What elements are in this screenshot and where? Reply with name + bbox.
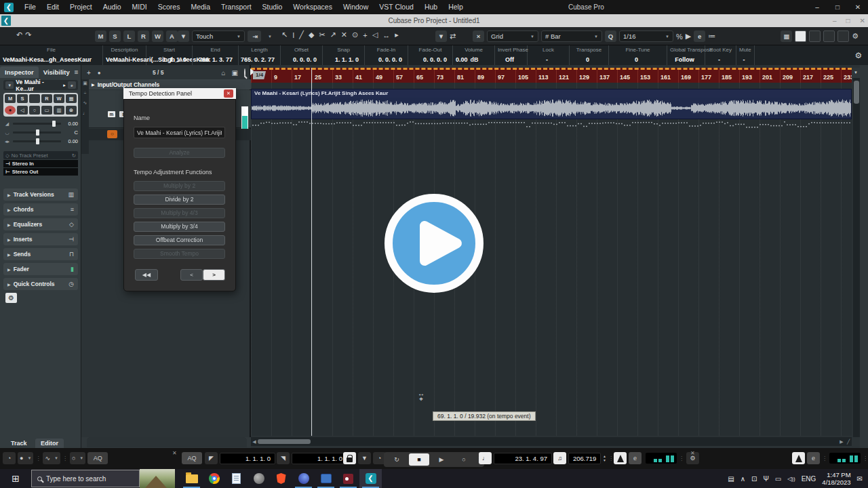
tool-icon[interactable]: I — [292, 31, 294, 39]
jump-to-start-button[interactable]: ◀◀ — [135, 269, 158, 281]
next-button[interactable]: > — [203, 269, 225, 281]
onscreen-keyboard-icon[interactable]: ▦ — [781, 30, 792, 42]
scroll-right-icon[interactable]: ▶ — [838, 439, 845, 445]
home-icon[interactable]: ⌂ — [222, 69, 226, 77]
inspector-section[interactable]: ▶ Sends ⊓ — [3, 248, 78, 260]
record-button[interactable]: ○ — [454, 453, 474, 466]
autoscroll-icon[interactable]: ⇥ — [250, 30, 261, 42]
left-locator-icon[interactable]: ◤ — [205, 452, 218, 464]
project-close-button[interactable]: ✕ — [860, 14, 865, 27]
delay-slider[interactable] — [13, 140, 61, 142]
left-locator-field[interactable]: 1. 1. 1. 0 — [220, 453, 275, 464]
state-button[interactable]: S — [109, 30, 121, 42]
chevron-down-icon[interactable]: ▼ — [5, 81, 14, 89]
position-display[interactable]: 23. 1. 4. 97 — [494, 453, 552, 464]
minimize-button[interactable]: – — [807, 0, 827, 14]
quantize-apply-icon[interactable]: ▶ — [686, 32, 691, 41]
tool-icon[interactable]: ╱ — [299, 30, 304, 39]
write-button[interactable]: W — [54, 94, 64, 103]
info-field[interactable]: Length 765. 0. 2. 77 — [239, 45, 281, 65]
automation-panel-icon[interactable]: ▼ — [178, 30, 189, 42]
microphone-icon[interactable]: Ψ — [763, 475, 768, 483]
language-indicator[interactable]: ENG — [802, 475, 816, 483]
dialog-close-button[interactable]: ✕ — [224, 89, 233, 98]
time-format-button[interactable]: ♩ — [479, 452, 492, 464]
video-play-overlay[interactable] — [384, 194, 484, 293]
ruler-options-button[interactable]: ▼ — [852, 68, 860, 78]
chrome-icon[interactable] — [203, 469, 225, 488]
start-button[interactable]: ⊞ — [0, 469, 31, 488]
record-enable-button[interactable]: ● — [5, 106, 16, 115]
inspector-section[interactable]: ▶ Fader ▮ — [3, 263, 78, 275]
maximize-button[interactable]: □ — [827, 0, 848, 14]
inspector-menu-icon[interactable]: ≡ — [75, 68, 82, 76]
tool-icon[interactable]: ✂ — [319, 30, 325, 39]
tempo-track-activate-button[interactable]: ○ — [107, 130, 117, 138]
time-signature-marker[interactable]: 1/4 — [253, 71, 266, 79]
close-icon[interactable]: ✕ — [172, 450, 177, 456]
audio-record-mode-dropdown[interactable]: ∿▼ — [43, 452, 60, 464]
right-locator-icon[interactable]: ◥ — [277, 452, 290, 464]
photos-app-icon[interactable] — [337, 469, 359, 488]
tempo-function-button[interactable]: Multiply by 3/4 — [134, 222, 225, 232]
tool-icon[interactable]: ⊙ — [352, 30, 358, 39]
volume-slider[interactable] — [13, 123, 61, 125]
metronome-button[interactable] — [614, 452, 627, 464]
stop-button[interactable]: ■ — [409, 453, 429, 466]
inspector-section[interactable]: ▶ Equalizers ◇ — [3, 218, 78, 230]
lock-icon[interactable]: ▭ — [41, 106, 52, 115]
info-field[interactable]: Global Transpose Follow — [667, 45, 705, 65]
notepad-icon[interactable] — [225, 469, 248, 488]
close-button[interactable]: ✕ — [848, 0, 868, 14]
weather-widget[interactable] — [140, 469, 175, 488]
tool-icon[interactable]: ✕ — [341, 30, 347, 39]
gear-icon[interactable]: ⚙ — [852, 32, 859, 41]
metronome-button-right[interactable] — [792, 452, 805, 464]
timebase-icon[interactable]: ○ — [29, 106, 40, 115]
info-field[interactable]: Start 1. 1. 1. 0 — [146, 45, 193, 65]
inspector-section[interactable]: ▶ Quick Controls ◷ — [3, 278, 78, 290]
tempo-function-button[interactable]: Offbeat Correction — [134, 235, 225, 245]
tool-icon[interactable]: ↖ — [281, 30, 288, 39]
menu-item[interactable]: Window — [338, 0, 374, 14]
taskbar-search[interactable]: Type here to search — [31, 470, 140, 487]
zoom-slider[interactable]: ╱ — [845, 439, 852, 445]
play-button[interactable]: ▶ — [431, 453, 452, 466]
menu-item[interactable]: Workspaces — [288, 0, 338, 14]
tab-track[interactable]: Track — [5, 439, 33, 448]
info-field[interactable]: File VeMaahi-Kesa...gh_AseesKaur — [0, 45, 103, 65]
listen-button[interactable] — [29, 94, 40, 103]
menu-item[interactable]: Media — [185, 0, 216, 14]
tempo-function-button[interactable]: Multiply by 2 — [134, 181, 225, 191]
grid-type-dropdown[interactable]: # Bar▼ — [541, 30, 602, 42]
tempo-stepper[interactable]: ▲▼ — [603, 454, 606, 462]
quantize-dropdown[interactable]: 1/16▼ — [619, 30, 673, 42]
brave-icon[interactable] — [270, 469, 292, 488]
audio-quantize-button[interactable]: AQ — [87, 452, 108, 464]
arrow-right-icon[interactable]: ▶ — [92, 82, 95, 87]
right-zone-toggle[interactable] — [823, 30, 835, 42]
info-field[interactable]: Mute - — [736, 45, 755, 65]
menu-item[interactable]: Transport — [216, 0, 257, 14]
freeze-icon[interactable]: ▦ — [66, 94, 77, 103]
horizontal-scroll-thumb[interactable] — [258, 439, 311, 444]
output-routing-row[interactable]: ⊢ Stereo Out — [3, 168, 78, 176]
track-preset-row[interactable]: ◇ No Track Preset ↻ — [3, 151, 78, 159]
file-explorer-icon[interactable] — [180, 469, 203, 488]
record-mode-dropdown[interactable]: ●▼ — [18, 452, 33, 464]
menu-item[interactable]: Audio — [98, 0, 127, 14]
left-zone-toggle[interactable] — [795, 30, 806, 42]
solo-button[interactable]: S — [17, 94, 28, 103]
undo-icon[interactable]: ↶ — [16, 30, 22, 39]
news-widget-icon[interactable]: ▤ — [728, 475, 734, 483]
color-menu-icon[interactable]: ▼ — [435, 30, 447, 42]
midi-record-mode-dropdown[interactable]: ○▼ — [70, 452, 85, 464]
click-pattern-button[interactable]: ◔ — [3, 452, 16, 464]
state-button[interactable]: A — [166, 30, 178, 42]
vertical-scroll-thumb[interactable] — [854, 81, 859, 104]
state-button[interactable]: W — [152, 30, 163, 42]
close-icon[interactable]: ✕ — [690, 450, 695, 456]
tab-editor[interactable]: Editor — [35, 439, 64, 448]
channel-icon[interactable]: ⊗ — [66, 106, 77, 115]
zone-icon[interactable]: ▣ — [232, 69, 238, 77]
